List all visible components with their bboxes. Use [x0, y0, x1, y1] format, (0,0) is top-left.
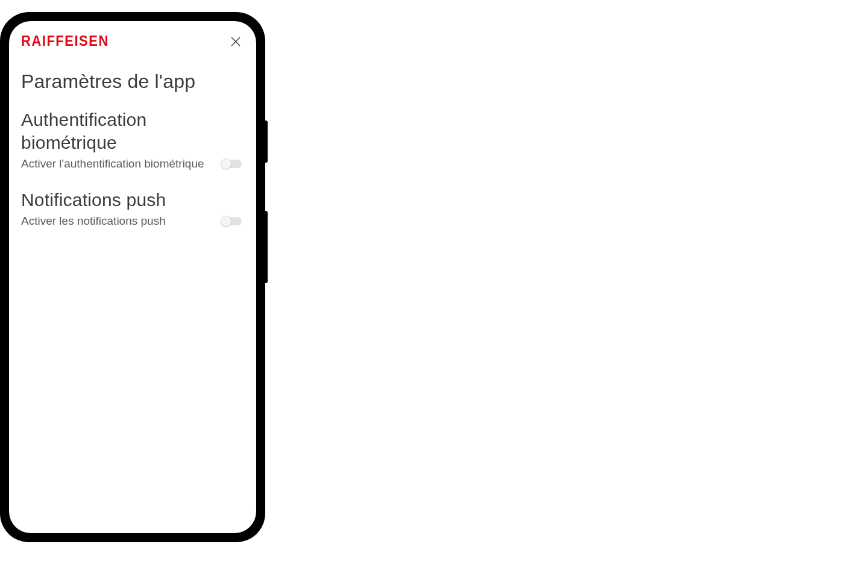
settings-content: Paramètres de l'app Authentification bio…: [9, 55, 256, 229]
close-button[interactable]: [227, 33, 244, 50]
section-heading-push: Notifications push: [21, 189, 244, 211]
setting-desc-push: Activer les notifications push: [21, 213, 212, 229]
toggle-biometric[interactable]: [221, 160, 242, 168]
brand-logo: RAIFFEISEN: [21, 33, 109, 49]
setting-row-biometric: Activer l'authentification biométrique: [21, 156, 244, 172]
setting-row-push: Activer les notifications push: [21, 213, 244, 229]
section-heading-biometric: Authentification biométrique: [21, 108, 244, 154]
setting-desc-biometric: Activer l'authentification biométrique: [21, 156, 212, 172]
page-title: Paramètres de l'app: [21, 70, 244, 93]
phone-device-frame: RAIFFEISEN Paramètres de l'app Authentif…: [0, 12, 265, 542]
phone-screen: RAIFFEISEN Paramètres de l'app Authentif…: [9, 21, 256, 533]
toggle-push[interactable]: [221, 217, 242, 225]
phone-side-button: [265, 211, 268, 283]
app-header: RAIFFEISEN: [9, 21, 256, 55]
close-icon: [230, 36, 242, 48]
phone-side-button: [265, 120, 268, 163]
